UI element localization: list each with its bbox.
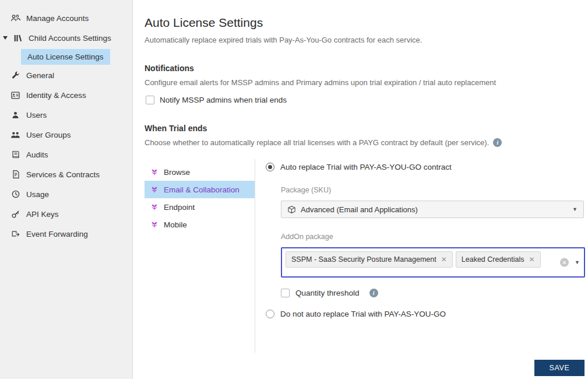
main-content: Auto License Settings Automatically repl… bbox=[133, 0, 588, 379]
sidebar-item-audits[interactable]: Audits bbox=[0, 145, 132, 164]
sidebar-item-api-keys[interactable]: API Keys bbox=[0, 204, 132, 224]
app-window: Manage Accounts Child Accounts Settings … bbox=[0, 0, 588, 379]
sidebar-item-user-groups[interactable]: User Groups bbox=[0, 125, 132, 145]
sidebar-item-label: API Keys bbox=[26, 210, 59, 219]
sidebar-item-event-forwarding[interactable]: Event Forwarding bbox=[0, 224, 132, 244]
tulip-icon bbox=[150, 185, 159, 194]
auto-replace-radio-row[interactable]: Auto replace Trial with PAY-AS-YOU-GO co… bbox=[266, 163, 585, 171]
addon-package-label: AddOn package bbox=[281, 233, 585, 241]
notifications-heading: Notifications bbox=[145, 64, 586, 73]
addon-tag: SSPM - SaaS Security Posture Management … bbox=[286, 251, 453, 268]
id-card-icon bbox=[10, 90, 20, 100]
tulip-icon bbox=[150, 203, 159, 211]
trial-options: Auto replace Trial with PAY-AS-YOU-GO co… bbox=[255, 159, 586, 353]
remove-tag-icon[interactable]: ✕ bbox=[441, 256, 447, 263]
addon-tag: Leaked Credentials ✕ bbox=[456, 251, 541, 268]
trial-description-row: Choose whether to automatically replace … bbox=[145, 138, 586, 147]
clock-icon bbox=[10, 190, 20, 199]
save-button[interactable]: SAVE bbox=[534, 360, 585, 376]
people-group-icon bbox=[10, 13, 20, 23]
auto-replace-options: Package (SKU) Advanced (Email and Applic… bbox=[281, 186, 585, 297]
notifications-description: Configure email alerts for MSSP admins a… bbox=[145, 78, 586, 87]
clear-all-icon[interactable]: ✕ bbox=[560, 258, 569, 267]
package-sku-dropdown[interactable]: Advanced (Email and Applications) ▼ bbox=[281, 201, 584, 218]
sidebar-item-label: Identity & Access bbox=[26, 91, 86, 100]
package-sku-label: Package (SKU) bbox=[281, 186, 585, 194]
sidebar-item-usage[interactable]: Usage bbox=[0, 184, 132, 204]
auto-replace-label: Auto replace Trial with PAY-AS-YOU-GO co… bbox=[280, 163, 452, 171]
page-title: Auto License Settings bbox=[145, 16, 586, 30]
sidebar-item-label: Manage Accounts bbox=[26, 14, 89, 23]
tulip-icon bbox=[150, 220, 159, 229]
sidebar-item-label: Usage bbox=[26, 190, 49, 199]
quantity-threshold-checkbox[interactable] bbox=[281, 289, 290, 297]
trial-body: Browse Email & Collaboration Endpoint bbox=[145, 159, 586, 353]
key-icon bbox=[10, 209, 20, 219]
auto-replace-radio[interactable] bbox=[266, 163, 274, 171]
sidebar-item-auto-license-settings[interactable]: Auto License Settings bbox=[0, 48, 132, 65]
info-icon[interactable]: i bbox=[493, 138, 502, 147]
page-subtitle: Automatically replace expired trials wit… bbox=[145, 36, 586, 44]
addon-tag-label: SSPM - SaaS Security Posture Management bbox=[291, 255, 436, 264]
sidebar-item-label: Event Forwarding bbox=[26, 230, 88, 238]
service-label: Endpoint bbox=[164, 203, 195, 212]
notify-mssp-checkbox[interactable] bbox=[146, 96, 154, 104]
sidebar-item-label: User Groups bbox=[26, 131, 71, 139]
sidebar-item-label-selected: Auto License Settings bbox=[21, 49, 110, 65]
book-icon bbox=[10, 150, 20, 160]
sidebar-item-services-contracts[interactable]: Services & Contracts bbox=[0, 164, 132, 184]
notify-mssp-checkbox-label: Notify MSSP admins when trial ends bbox=[160, 96, 287, 104]
no-replace-label: Do not auto replace Trial with PAY-AS-YO… bbox=[280, 310, 446, 318]
service-item-email-collaboration[interactable]: Email & Collaboration bbox=[145, 181, 255, 198]
service-item-browse[interactable]: Browse bbox=[145, 163, 255, 181]
trial-heading: When Trial ends bbox=[145, 124, 586, 133]
quantity-threshold-label: Quantity threshold bbox=[295, 289, 360, 297]
sidebar-item-general[interactable]: General bbox=[0, 65, 132, 85]
sidebar-item-child-accounts-settings[interactable]: Child Accounts Settings bbox=[0, 28, 132, 48]
sidebar: Manage Accounts Child Accounts Settings … bbox=[0, 0, 133, 379]
no-replace-radio[interactable] bbox=[266, 310, 274, 318]
sidebar-item-label: Audits bbox=[26, 150, 48, 159]
notify-mssp-checkbox-row[interactable]: Notify MSSP admins when trial ends bbox=[146, 96, 586, 104]
chevron-down-icon: ▼ bbox=[572, 206, 578, 212]
contract-icon bbox=[10, 170, 20, 180]
forward-icon bbox=[10, 229, 20, 239]
addon-tag-label: Leaked Credentials bbox=[462, 255, 524, 264]
remove-tag-icon[interactable]: ✕ bbox=[529, 256, 535, 263]
sidebar-item-users[interactable]: Users bbox=[0, 105, 132, 125]
package-cube-icon bbox=[287, 205, 296, 214]
tulip-icon bbox=[150, 168, 159, 176]
quantity-threshold-row[interactable]: Quantity threshold i bbox=[281, 289, 585, 297]
caret-down-icon bbox=[3, 36, 8, 40]
service-label: Email & Collaboration bbox=[164, 185, 240, 194]
service-list: Browse Email & Collaboration Endpoint bbox=[145, 159, 255, 353]
accounts-ledger-icon bbox=[13, 33, 23, 43]
chevron-down-icon[interactable]: ▼ bbox=[575, 259, 580, 265]
service-label: Mobile bbox=[164, 220, 187, 229]
sidebar-item-label: Child Accounts Settings bbox=[29, 34, 111, 43]
trial-description: Choose whether to automatically replace … bbox=[145, 138, 489, 147]
user-icon bbox=[10, 110, 20, 120]
sidebar-item-manage-accounts[interactable]: Manage Accounts bbox=[0, 8, 132, 28]
service-item-mobile[interactable]: Mobile bbox=[145, 216, 255, 233]
sidebar-item-label: General bbox=[26, 71, 54, 80]
service-label: Browse bbox=[164, 168, 190, 177]
sidebar-item-identity-access[interactable]: Identity & Access bbox=[0, 85, 132, 105]
no-replace-radio-row[interactable]: Do not auto replace Trial with PAY-AS-YO… bbox=[266, 310, 585, 318]
sidebar-item-label: Users bbox=[26, 111, 47, 120]
wrench-icon bbox=[10, 71, 20, 80]
service-item-endpoint[interactable]: Endpoint bbox=[145, 198, 255, 216]
package-sku-value: Advanced (Email and Applications) bbox=[301, 205, 418, 214]
users-icon bbox=[10, 130, 20, 140]
addon-package-multiselect[interactable]: SSPM - SaaS Security Posture Management … bbox=[281, 247, 585, 278]
sidebar-item-label: Services & Contracts bbox=[26, 170, 100, 179]
info-icon[interactable]: i bbox=[369, 289, 378, 297]
